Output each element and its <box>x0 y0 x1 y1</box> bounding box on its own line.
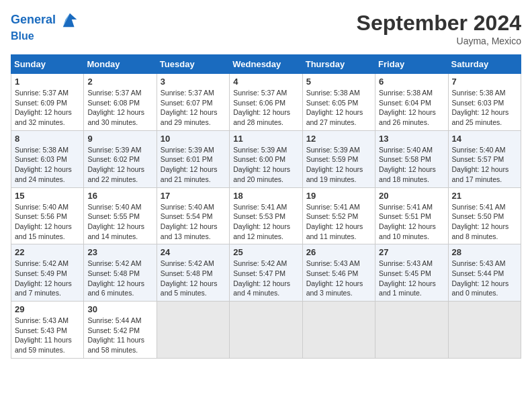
day-number: 22 <box>15 247 80 257</box>
day-info: Sunrise: 5:40 AM Sunset: 5:55 PM Dayligh… <box>87 202 152 242</box>
day-info: Sunrise: 5:41 AM Sunset: 5:50 PM Dayligh… <box>452 202 517 242</box>
col-header-sunday: Sunday <box>11 55 84 74</box>
day-number: 14 <box>452 134 517 144</box>
day-info: Sunrise: 5:42 AM Sunset: 5:47 PM Dayligh… <box>233 259 298 298</box>
calendar-cell: 15Sunrise: 5:40 AM Sunset: 5:56 PM Dayli… <box>11 187 84 244</box>
day-number: 13 <box>379 134 444 144</box>
calendar-cell: 22Sunrise: 5:42 AM Sunset: 5:49 PM Dayli… <box>11 244 84 302</box>
calendar-cell: 12Sunrise: 5:39 AM Sunset: 5:59 PM Dayli… <box>302 130 375 187</box>
day-number: 25 <box>233 247 298 257</box>
calendar-cell: 10Sunrise: 5:39 AM Sunset: 6:01 PM Dayli… <box>157 130 229 187</box>
day-info: Sunrise: 5:37 AM Sunset: 6:07 PM Dayligh… <box>161 88 226 128</box>
day-number: 26 <box>306 247 371 257</box>
day-number: 10 <box>161 134 226 144</box>
col-header-thursday: Thursday <box>302 55 375 74</box>
day-info: Sunrise: 5:43 AM Sunset: 5:46 PM Dayligh… <box>306 259 371 298</box>
calendar-cell: 23Sunrise: 5:42 AM Sunset: 5:48 PM Dayli… <box>84 244 157 302</box>
day-number: 23 <box>87 247 152 257</box>
day-number: 28 <box>452 247 517 257</box>
calendar-cell: 4Sunrise: 5:37 AM Sunset: 6:06 PM Daylig… <box>230 74 302 131</box>
day-info: Sunrise: 5:37 AM Sunset: 6:09 PM Dayligh… <box>15 88 80 128</box>
calendar-cell <box>230 302 302 359</box>
calendar-cell: 30Sunrise: 5:44 AM Sunset: 5:42 PM Dayli… <box>84 302 157 359</box>
calendar-cell: 28Sunrise: 5:43 AM Sunset: 5:44 PM Dayli… <box>448 244 521 302</box>
col-header-monday: Monday <box>84 55 157 74</box>
calendar-cell: 19Sunrise: 5:41 AM Sunset: 5:52 PM Dayli… <box>302 187 375 244</box>
day-number: 7 <box>452 77 517 87</box>
page-header: General Blue September 2024 Uayma, Mexic… <box>11 11 521 46</box>
day-number: 27 <box>379 247 444 257</box>
day-info: Sunrise: 5:40 AM Sunset: 5:58 PM Dayligh… <box>379 145 444 185</box>
day-info: Sunrise: 5:40 AM Sunset: 5:56 PM Dayligh… <box>15 202 80 242</box>
day-info: Sunrise: 5:39 AM Sunset: 6:00 PM Dayligh… <box>233 145 298 185</box>
calendar-cell: 11Sunrise: 5:39 AM Sunset: 6:00 PM Dayli… <box>230 130 302 187</box>
calendar-cell: 24Sunrise: 5:42 AM Sunset: 5:48 PM Dayli… <box>157 244 229 302</box>
calendar-cell: 1Sunrise: 5:37 AM Sunset: 6:09 PM Daylig… <box>11 74 84 131</box>
calendar-cell: 2Sunrise: 5:37 AM Sunset: 6:08 PM Daylig… <box>84 74 157 131</box>
calendar-cell <box>448 302 521 359</box>
day-info: Sunrise: 5:41 AM Sunset: 5:52 PM Dayligh… <box>306 202 371 242</box>
day-info: Sunrise: 5:37 AM Sunset: 6:06 PM Dayligh… <box>233 88 298 128</box>
day-info: Sunrise: 5:41 AM Sunset: 5:51 PM Dayligh… <box>379 202 444 242</box>
calendar-cell <box>375 302 448 359</box>
day-number: 5 <box>306 77 371 87</box>
calendar-cell: 13Sunrise: 5:40 AM Sunset: 5:58 PM Dayli… <box>375 130 448 187</box>
day-number: 11 <box>233 134 298 144</box>
day-number: 2 <box>87 77 152 87</box>
day-number: 8 <box>15 134 80 144</box>
day-number: 16 <box>87 191 152 201</box>
day-number: 15 <box>15 191 80 201</box>
month-title: September 2024 <box>357 11 521 36</box>
day-number: 1 <box>15 77 80 87</box>
calendar-cell: 27Sunrise: 5:43 AM Sunset: 5:45 PM Dayli… <box>375 244 448 302</box>
calendar-cell: 17Sunrise: 5:40 AM Sunset: 5:54 PM Dayli… <box>157 187 229 244</box>
calendar-cell: 26Sunrise: 5:43 AM Sunset: 5:46 PM Dayli… <box>302 244 375 302</box>
day-info: Sunrise: 5:42 AM Sunset: 5:48 PM Dayligh… <box>87 259 152 298</box>
calendar-cell: 8Sunrise: 5:38 AM Sunset: 6:03 PM Daylig… <box>11 130 84 187</box>
day-info: Sunrise: 5:40 AM Sunset: 5:54 PM Dayligh… <box>161 202 226 242</box>
day-number: 12 <box>306 134 371 144</box>
col-header-tuesday: Tuesday <box>157 55 229 74</box>
day-info: Sunrise: 5:38 AM Sunset: 6:03 PM Dayligh… <box>452 88 517 128</box>
calendar-cell: 6Sunrise: 5:38 AM Sunset: 6:04 PM Daylig… <box>375 74 448 131</box>
day-info: Sunrise: 5:43 AM Sunset: 5:43 PM Dayligh… <box>15 316 80 355</box>
calendar-cell <box>302 302 375 359</box>
day-number: 17 <box>161 191 226 201</box>
day-number: 6 <box>379 77 444 87</box>
calendar-cell: 21Sunrise: 5:41 AM Sunset: 5:50 PM Dayli… <box>448 187 521 244</box>
logo-text: General <box>11 11 79 30</box>
svg-marker-0 <box>63 13 77 28</box>
day-number: 29 <box>15 304 80 314</box>
day-number: 4 <box>233 77 298 87</box>
day-info: Sunrise: 5:42 AM Sunset: 5:48 PM Dayligh… <box>161 259 226 298</box>
day-info: Sunrise: 5:42 AM Sunset: 5:49 PM Dayligh… <box>15 259 80 298</box>
day-number: 20 <box>379 191 444 201</box>
calendar-cell: 3Sunrise: 5:37 AM Sunset: 6:07 PM Daylig… <box>157 74 229 131</box>
day-number: 21 <box>452 191 517 201</box>
calendar-cell: 5Sunrise: 5:38 AM Sunset: 6:05 PM Daylig… <box>302 74 375 131</box>
day-number: 18 <box>233 191 298 201</box>
day-info: Sunrise: 5:38 AM Sunset: 6:04 PM Dayligh… <box>379 88 444 128</box>
day-info: Sunrise: 5:40 AM Sunset: 5:57 PM Dayligh… <box>452 145 517 185</box>
day-number: 30 <box>87 304 152 314</box>
calendar-cell: 29Sunrise: 5:43 AM Sunset: 5:43 PM Dayli… <box>11 302 84 359</box>
day-number: 3 <box>161 77 226 87</box>
day-info: Sunrise: 5:37 AM Sunset: 6:08 PM Dayligh… <box>87 88 152 128</box>
calendar-cell: 7Sunrise: 5:38 AM Sunset: 6:03 PM Daylig… <box>448 74 521 131</box>
day-info: Sunrise: 5:39 AM Sunset: 6:01 PM Dayligh… <box>161 145 226 185</box>
title-block: September 2024 Uayma, Mexico <box>357 11 521 46</box>
day-info: Sunrise: 5:38 AM Sunset: 6:03 PM Dayligh… <box>15 145 80 185</box>
day-number: 19 <box>306 191 371 201</box>
calendar-cell: 9Sunrise: 5:39 AM Sunset: 6:02 PM Daylig… <box>84 130 157 187</box>
day-info: Sunrise: 5:44 AM Sunset: 5:42 PM Dayligh… <box>87 316 152 355</box>
day-number: 9 <box>87 134 152 144</box>
calendar-table: SundayMondayTuesdayWednesdayThursdayFrid… <box>11 54 521 359</box>
location: Uayma, Mexico <box>357 36 521 46</box>
calendar-cell: 16Sunrise: 5:40 AM Sunset: 5:55 PM Dayli… <box>84 187 157 244</box>
col-header-saturday: Saturday <box>448 55 521 74</box>
logo-blue: Blue <box>11 30 79 42</box>
calendar-cell <box>157 302 229 359</box>
calendar-cell: 25Sunrise: 5:42 AM Sunset: 5:47 PM Dayli… <box>230 244 302 302</box>
calendar-cell: 18Sunrise: 5:41 AM Sunset: 5:53 PM Dayli… <box>230 187 302 244</box>
calendar-cell: 14Sunrise: 5:40 AM Sunset: 5:57 PM Dayli… <box>448 130 521 187</box>
